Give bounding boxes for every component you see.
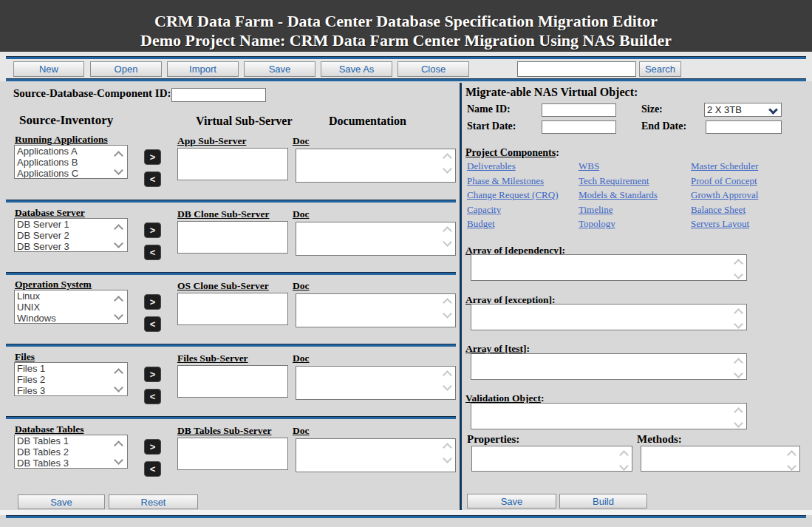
list-item[interactable]: DB Tables 3: [15, 458, 127, 469]
search-input[interactable]: [517, 61, 636, 77]
move-right-button[interactable]: >: [144, 222, 161, 238]
list-item[interactable]: DB Server 2: [15, 230, 127, 241]
component-id-label: Source-Database-Component ID:: [13, 87, 171, 100]
list-item[interactable]: UNIX: [15, 302, 127, 313]
list-item[interactable]: Applications C: [15, 168, 127, 179]
right-save-button[interactable]: Save: [467, 494, 556, 509]
link-budget[interactable]: Budget: [467, 218, 495, 230]
panel-divider: [460, 83, 462, 510]
app-title-line1: CRM Data Farm - Data Center Database Spe…: [0, 0, 812, 31]
array-dependency-textarea[interactable]: [471, 254, 747, 281]
move-left-button[interactable]: <: [144, 171, 161, 187]
link-phase-milestones[interactable]: Phase & Milestones: [467, 175, 544, 187]
move-left-button[interactable]: <: [144, 389, 161, 404]
list-item[interactable]: DB Server 3: [15, 241, 127, 252]
open-button[interactable]: Open: [90, 61, 162, 77]
doc-textarea-os[interactable]: [296, 293, 456, 327]
doc-textarea-db-tables[interactable]: [296, 438, 456, 472]
build-button[interactable]: Build: [559, 494, 647, 509]
end-date-input[interactable]: [706, 120, 782, 134]
doc-textarea-app[interactable]: [296, 149, 456, 183]
subserver-label-db-tables: DB Tables Sub-Server: [177, 425, 272, 437]
array-exception-textarea[interactable]: [471, 304, 747, 330]
list-item[interactable]: Files 2: [15, 374, 127, 385]
link-timeline[interactable]: Timeline: [579, 204, 613, 216]
subserver-label-app: App Sub-Server: [177, 135, 246, 147]
link-topology[interactable]: Topology: [579, 218, 615, 230]
list-item[interactable]: Applications B: [15, 157, 127, 168]
doc-label: Doc: [293, 208, 310, 220]
running-applications-listbox[interactable]: Applications A Applications B Applicatio…: [14, 145, 128, 179]
nas-object-title: Migrate-able NAS Virtual Object:: [465, 86, 638, 99]
link-growth-approval[interactable]: Growth Approval: [691, 189, 758, 201]
app-sub-server-listbox[interactable]: [177, 148, 288, 180]
save-as-button[interactable]: Save As: [321, 61, 392, 77]
methods-label: Methods:: [637, 433, 682, 446]
os-clone-sub-server-listbox[interactable]: [177, 293, 288, 325]
link-servers-layout[interactable]: Servers Layout: [691, 218, 749, 230]
db-clone-sub-server-listbox[interactable]: [177, 221, 288, 254]
list-item[interactable]: Files 3: [15, 385, 127, 396]
move-left-button[interactable]: <: [144, 461, 161, 477]
database-tables-listbox[interactable]: DB Tables 1 DB Tables 2 DB Tables 3: [14, 435, 128, 469]
properties-textarea[interactable]: [471, 446, 632, 472]
list-item[interactable]: Applications A: [15, 146, 127, 157]
save-button-toolbar[interactable]: Save: [244, 61, 315, 77]
db-tables-sub-server-listbox[interactable]: [177, 438, 288, 470]
list-item[interactable]: DB Tables 2: [15, 446, 127, 458]
section-separator: [6, 272, 456, 275]
methods-textarea[interactable]: [641, 446, 800, 472]
start-date-input[interactable]: [542, 120, 616, 134]
files-listbox[interactable]: Files 1 Files 2 Files 3: [14, 362, 128, 396]
left-save-button[interactable]: Save: [18, 494, 105, 509]
move-right-button[interactable]: >: [144, 294, 161, 310]
search-button[interactable]: Search: [639, 61, 681, 77]
section-separator: [6, 344, 456, 347]
reset-button[interactable]: Reset: [109, 494, 198, 509]
app-title-line2: Demo Project Name: CRM Data Farm Center …: [0, 31, 812, 50]
methods-wrap: [641, 446, 800, 472]
doc-textarea-wrap: [296, 222, 456, 256]
link-capacity[interactable]: Capacity: [467, 204, 501, 216]
bottom-rule: [6, 515, 806, 518]
close-button[interactable]: Close: [398, 61, 469, 77]
link-proof-of-concept[interactable]: Proof of Concept: [691, 175, 757, 187]
import-button[interactable]: Import: [167, 61, 239, 77]
doc-textarea-files[interactable]: [296, 366, 456, 400]
size-label: Size:: [641, 103, 663, 115]
inventory-label-database-server: Database Server: [15, 207, 85, 219]
link-tech-requirement[interactable]: Tech Requirement: [579, 175, 649, 187]
link-deliverables[interactable]: Deliverables: [467, 160, 516, 172]
move-right-button[interactable]: >: [144, 367, 161, 382]
list-item[interactable]: DB Server 1: [15, 219, 127, 230]
name-id-input[interactable]: [542, 103, 616, 117]
doc-textarea-db[interactable]: [296, 222, 456, 256]
inventory-label-operation-system: Operation System: [15, 279, 92, 290]
link-models-standards[interactable]: Models & Standards: [579, 189, 658, 201]
new-button[interactable]: New: [13, 61, 84, 77]
link-wbs[interactable]: WBS: [579, 160, 599, 172]
link-balance-sheet[interactable]: Balance Sheet: [691, 204, 746, 216]
files-sub-server-listbox[interactable]: [177, 365, 288, 398]
column-header-source-inventory: Source-Inventory: [19, 113, 113, 128]
validation-object-textarea[interactable]: [471, 403, 747, 429]
list-item[interactable]: Windows: [15, 313, 127, 324]
list-item[interactable]: Files 1: [15, 363, 127, 374]
section-separator: [6, 416, 456, 419]
move-left-button[interactable]: <: [144, 316, 161, 332]
component-id-input[interactable]: [171, 88, 266, 102]
database-server-listbox[interactable]: DB Server 1 DB Server 2 DB Server 3: [14, 218, 128, 252]
list-item[interactable]: DB Tables 1: [15, 435, 127, 446]
array-test-textarea[interactable]: [471, 353, 747, 380]
migration-editor-window: { "colors": { "header_bg": "#3c3c3c", "a…: [0, 0, 812, 527]
inventory-label-files: Files: [15, 351, 35, 363]
size-select[interactable]: 2 X 3TB: [704, 103, 782, 117]
move-right-button[interactable]: >: [144, 439, 161, 455]
link-change-request[interactable]: Change Request (CRQ): [467, 189, 558, 201]
operation-system-listbox[interactable]: Linux UNIX Windows: [14, 290, 128, 324]
list-item[interactable]: Linux: [15, 290, 127, 302]
move-right-button[interactable]: >: [144, 149, 161, 165]
move-left-button[interactable]: <: [144, 245, 161, 260]
link-master-scheduler[interactable]: Master Scheduler: [691, 160, 758, 172]
toolbar-top-rule: [6, 56, 806, 59]
